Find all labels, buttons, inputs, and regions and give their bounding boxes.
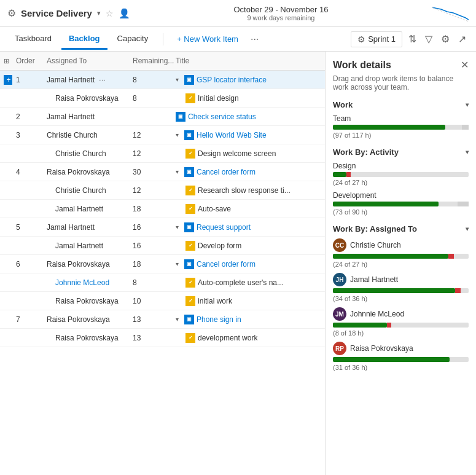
jm-bar-track (333, 323, 469, 328)
work-item-title[interactable]: Cancel order form (197, 260, 256, 269)
jm-bar-info: (8 of 18 h) (333, 329, 469, 337)
work-item-title[interactable]: Research slow response ti... (198, 186, 291, 195)
work-item-title[interactable]: Auto-complete user's na... (198, 278, 283, 287)
expand-icon[interactable]: ↗ (456, 31, 469, 47)
row-more-button[interactable]: ··· (96, 75, 108, 84)
work-by-assigned-chevron-icon: ▾ (466, 226, 469, 232)
more-options-button[interactable]: ··· (247, 31, 262, 47)
work-item-title[interactable]: Auto-save (198, 205, 231, 213)
work-item-title[interactable]: Check service status (188, 112, 256, 121)
row-remaining: 12 (129, 184, 172, 197)
row-add (0, 262, 12, 266)
row-assigned: Christie Church (43, 129, 129, 141)
work-by-activity-label: Work By: Activity (333, 147, 399, 157)
expand-row-icon[interactable]: ▾ (176, 168, 182, 175)
row-add[interactable]: + (0, 73, 12, 87)
development-bar-track (333, 202, 469, 206)
row-title-cell: ✓ Initial design (172, 92, 325, 105)
cc-bar-fill (333, 254, 448, 259)
row-order (12, 207, 43, 211)
jm-bar-overflow (387, 323, 391, 328)
favorite-icon[interactable]: ☆ (106, 9, 114, 18)
team-icon[interactable]: 👤 (119, 8, 130, 19)
expand-row-icon[interactable]: ▾ (176, 132, 182, 138)
person-name-jh: Jamal Hartnett (350, 275, 398, 284)
row-add (0, 226, 12, 229)
person-name-rp: Raisa Pokrovskaya (350, 344, 413, 353)
sprint-selector[interactable]: ⚙ Sprint 1 (351, 31, 402, 47)
work-item-type-icon: ✓ (185, 149, 195, 159)
table-row: Christie Church 12 ✓ Design welcome scre… (0, 144, 325, 163)
jm-bar-fill (333, 323, 387, 328)
add-item-button[interactable]: + (4, 75, 12, 85)
row-add (0, 133, 12, 137)
cc-bar-track (333, 254, 469, 259)
work-by-assigned-header[interactable]: Work By: Assigned To ▾ (333, 224, 469, 234)
row-remaining: 18 (129, 203, 172, 215)
person-name-jm: Johnnie McLeod (350, 310, 404, 318)
new-work-item-button[interactable]: + New Work Item (171, 31, 244, 47)
work-item-title[interactable]: Develop form (198, 241, 241, 250)
work-item-title[interactable]: GSP locator interface (197, 76, 267, 84)
work-item-title[interactable]: initial work (198, 297, 232, 305)
assigned-name: Jamal Hartnett (47, 76, 95, 84)
table-header: ⊞ Order Assigned To Remaining... Title (0, 52, 325, 71)
nav-divider (163, 33, 163, 45)
expand-row-icon[interactable]: ▾ (176, 224, 182, 230)
tab-capacity[interactable]: Capacity (110, 29, 156, 50)
project-chevron-icon[interactable]: ▾ (97, 9, 101, 17)
work-section: Work ▾ Team (97 of 117 h) (333, 100, 469, 139)
row-add (0, 318, 12, 321)
row-title-cell: ✓ development work (172, 331, 325, 345)
work-section-chevron-icon: ▾ (466, 101, 469, 108)
row-remaining: 16 (129, 240, 172, 252)
gear-icon[interactable]: ⚙ (439, 31, 452, 47)
row-assigned: Jamal Hartnett (43, 203, 129, 215)
jh-bar-overflow (455, 288, 461, 293)
table-row: Raisa Pokrovskaya 10 ✓ initial work (0, 292, 325, 310)
work-by-activity-header[interactable]: Work By: Activity ▾ (333, 147, 469, 157)
work-item-title[interactable]: Request support (197, 223, 251, 232)
work-by-activity-chevron-icon: ▾ (466, 149, 469, 155)
filter-icon[interactable]: ▽ (423, 31, 435, 47)
row-add (0, 189, 12, 192)
work-section-header[interactable]: Work ▾ (333, 100, 469, 109)
row-remaining: 10 (129, 295, 172, 307)
table-row: 2 Jamal Hartnett ▣ Check service status (0, 108, 325, 126)
work-item-title[interactable]: Phone sign in (197, 315, 241, 324)
development-bar-info: (73 of 90 h) (333, 208, 469, 216)
work-item-title[interactable]: Hello World Web Site (197, 131, 267, 139)
work-item-title[interactable]: Design welcome screen (198, 149, 276, 158)
row-order (12, 189, 43, 192)
work-item-type-icon: ▣ (184, 167, 194, 177)
work-item-title[interactable]: development work (198, 334, 257, 342)
row-order (12, 336, 43, 340)
tab-taskboard[interactable]: Taskboard (7, 29, 59, 50)
row-assigned: Raisa Pokrovskaya (43, 313, 129, 326)
work-item-type-icon: ✓ (185, 186, 195, 195)
row-order: 5 (12, 221, 43, 234)
close-panel-button[interactable]: ✕ (461, 59, 469, 71)
expand-row-icon[interactable]: ▾ (176, 76, 182, 83)
row-assigned: Jamal Hartnett (43, 111, 129, 123)
table-row: 6 Raisa Pokrovskaya 18 ▾ ▣ Cancel order … (0, 255, 325, 273)
work-section-label: Work (333, 100, 353, 109)
row-remaining: 8 (129, 74, 172, 86)
row-add (0, 281, 12, 285)
row-order: 2 (12, 111, 43, 123)
row-assigned: Christie Church (43, 147, 129, 160)
tab-backlog[interactable]: Backlog (61, 29, 107, 50)
person-row-rp: RP Raisa Pokrovskaya (333, 342, 469, 355)
work-by-assigned-section: Work By: Assigned To ▾ CC Christie Churc… (333, 224, 469, 371)
row-order (12, 299, 43, 303)
work-item-title[interactable]: Initial design (198, 94, 239, 103)
row-add (0, 299, 12, 303)
work-item-type-icon: ▣ (184, 130, 194, 140)
settings-filter-icon[interactable]: ⇅ (406, 31, 419, 47)
expand-row-icon[interactable]: ▾ (176, 316, 182, 323)
row-remaining: 12 (129, 129, 172, 141)
work-item-title[interactable]: Cancel order form (197, 168, 256, 176)
work-item-type-icon: ✓ (185, 93, 195, 103)
expand-row-icon[interactable]: ▾ (176, 261, 182, 267)
jh-bar-fill (333, 288, 455, 293)
